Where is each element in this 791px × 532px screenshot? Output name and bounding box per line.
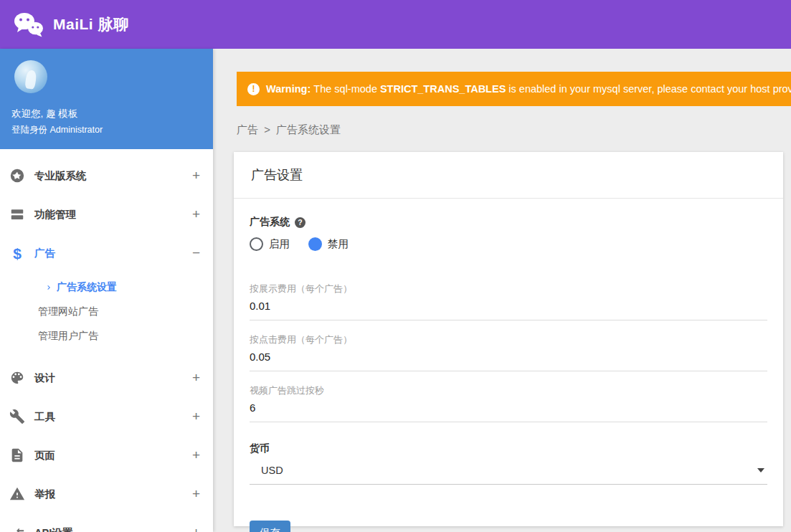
sidebar-item-label: 举报 [34, 488, 192, 501]
sidebar-item-ads[interactable]: $ 广告 − [0, 234, 213, 272]
brand-title: MaiLi 脉聊 [53, 14, 129, 34]
sidebar-item-tools[interactable]: 工具 + [0, 397, 213, 436]
submenu-label: 管理用户广告 [38, 330, 98, 343]
page-icon [9, 447, 25, 463]
expand-icon[interactable]: + [192, 525, 200, 532]
help-icon[interactable]: ? [295, 217, 305, 228]
sql-mode-warning-banner: ! Warning: The sql-mode STRICT_TRANS_TAB… [237, 72, 791, 106]
save-button[interactable]: 保存 [250, 521, 290, 532]
ads-submenu: 广告系统设置 管理网站广告 管理用户广告 [0, 272, 213, 358]
expand-icon[interactable]: + [192, 168, 200, 184]
card-title: 广告设置 [234, 152, 783, 199]
video-skip-seconds-input[interactable]: 6 [250, 402, 767, 422]
sidebar-item-reports[interactable]: 举报 + [0, 475, 213, 513]
role-text: 登陆身份 Administrator [11, 124, 202, 136]
sidebar-item-api-settings[interactable]: API设置 + [0, 513, 213, 532]
radio-unchecked-icon[interactable] [250, 237, 263, 251]
breadcrumb: 广告 > 广告系统设置 [237, 123, 791, 137]
sidebar-item-label: API设置 [34, 526, 192, 532]
main-content: ! Warning: The sql-mode STRICT_TRANS_TAB… [213, 49, 791, 532]
field-label: 按展示费用（每个广告） [250, 282, 767, 295]
ad-settings-card: 广告设置 广告系统 ? 启用 禁用 [234, 152, 783, 526]
banner-text: The sql-mode [313, 83, 377, 95]
breadcrumb-parent[interactable]: 广告 [237, 123, 258, 136]
submenu-label: 管理网站广告 [38, 305, 98, 318]
sidebar-item-label: 广告 [34, 247, 192, 260]
wrench-icon [9, 409, 25, 424]
sidebar-item-features[interactable]: 功能管理 + [0, 195, 213, 234]
swap-arrows-icon [9, 525, 25, 532]
field-video-skip-seconds: 视频广告跳过按秒 6 [250, 384, 767, 422]
currency-label: 货币 [250, 442, 767, 455]
banner-text: is enabled in your mysql server, please … [508, 83, 791, 95]
expand-icon[interactable]: + [192, 409, 200, 424]
field-label: 按点击费用（每个广告） [250, 333, 767, 346]
ad-system-label: 广告系统 [250, 216, 290, 229]
collapse-icon[interactable]: − [192, 245, 200, 261]
exclamation-circle-icon: ! [247, 83, 260, 95]
palette-icon [9, 370, 25, 386]
expand-icon[interactable]: + [192, 486, 200, 502]
field-label: 视频广告跳过按秒 [250, 384, 767, 397]
radio-label: 禁用 [328, 237, 349, 251]
breadcrumb-current: 广告系统设置 [276, 123, 341, 136]
chevron-down-icon [757, 468, 764, 472]
ad-system-radio-group: 启用 禁用 [250, 237, 767, 251]
chevron-right-icon [44, 283, 53, 292]
breadcrumb-separator: > [264, 123, 270, 136]
sidebar-subitem-ad-system-settings[interactable]: 广告系统设置 [0, 275, 213, 300]
ad-system-label-row: 广告系统 ? [250, 216, 767, 229]
sidebar-item-label: 设计 [34, 371, 192, 385]
sidebar-item-label: 专业版系统 [34, 169, 192, 183]
sidebar-item-design[interactable]: 设计 + [0, 358, 213, 397]
submenu-label: 广告系统设置 [57, 281, 117, 294]
profile-panel: 欢迎您, 趣 模板 登陆身份 Administrator [0, 49, 213, 149]
sidebar-subitem-site-ads[interactable]: 管理网站广告 [0, 300, 213, 324]
wechat-logo-icon [13, 11, 44, 37]
banner-prefix: Warning: [266, 83, 311, 95]
warning-triangle-icon [9, 486, 25, 502]
radio-checked-icon[interactable] [308, 237, 322, 251]
banner-code: STRICT_TRANS_TABLES [380, 83, 506, 95]
cost-per-view-input[interactable]: 0.01 [250, 300, 767, 320]
bars-icon [9, 206, 25, 222]
dollar-icon: $ [9, 245, 25, 261]
sidebar: 欢迎您, 趣 模板 登陆身份 Administrator 专业版系统 + 功能管… [0, 49, 213, 532]
expand-icon[interactable]: + [192, 206, 200, 222]
radio-option-enable[interactable]: 启用 [250, 237, 290, 251]
expand-icon[interactable]: + [192, 370, 200, 386]
currency-select[interactable]: USD [250, 465, 767, 485]
cost-per-click-input[interactable]: 0.05 [250, 351, 767, 371]
field-cost-per-click: 按点击费用（每个广告） 0.05 [250, 333, 767, 371]
star-circle-icon [9, 168, 25, 184]
sidebar-item-pages[interactable]: 页面 + [0, 436, 213, 475]
expand-icon[interactable]: + [192, 447, 200, 463]
currency-value: USD [261, 465, 283, 476]
sidebar-subitem-user-ads[interactable]: 管理用户广告 [0, 324, 213, 348]
welcome-text: 欢迎您, 趣 模板 [11, 108, 202, 120]
sidebar-item-label: 页面 [34, 449, 192, 462]
field-cost-per-view: 按展示费用（每个广告） 0.01 [250, 282, 767, 320]
radio-option-disable[interactable]: 禁用 [308, 237, 349, 251]
sidebar-item-pro-system[interactable]: 专业版系统 + [0, 156, 213, 195]
avatar[interactable] [14, 60, 47, 93]
app-header: MaiLi 脉聊 [0, 0, 791, 49]
sidebar-menu: 专业版系统 + 功能管理 + $ 广告 − 广告 [0, 149, 213, 532]
currency-section: 货币 USD [250, 442, 767, 485]
sidebar-item-label: 工具 [34, 410, 192, 424]
radio-label: 启用 [269, 237, 290, 251]
sidebar-item-label: 功能管理 [34, 208, 192, 222]
